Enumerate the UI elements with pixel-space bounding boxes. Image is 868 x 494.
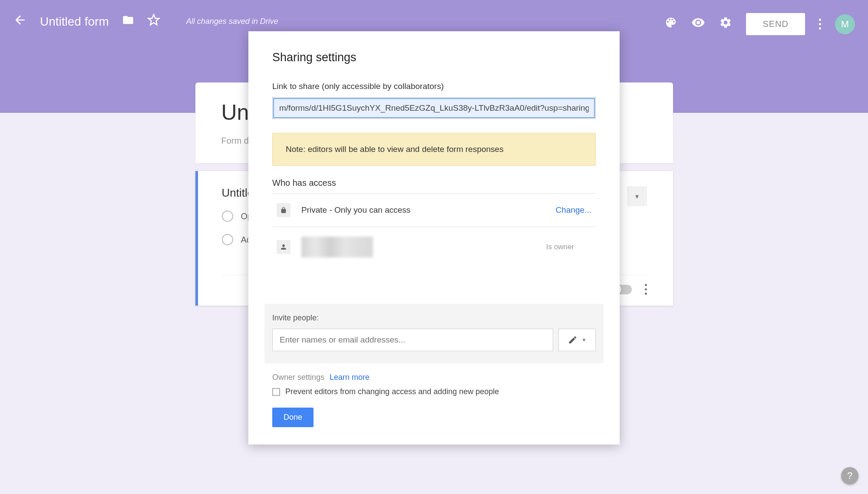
dialog-overlay: Sharing settings Link to share (only acc…	[0, 0, 868, 494]
who-has-access-label: Who has access	[272, 178, 596, 188]
invite-section: Invite people: ▼	[264, 304, 604, 363]
dialog-title: Sharing settings	[272, 51, 596, 64]
learn-more-link[interactable]: Learn more	[330, 373, 370, 382]
change-link[interactable]: Change...	[556, 205, 591, 215]
access-row-privacy: Private - Only you can access Change...	[272, 193, 596, 227]
done-button[interactable]: Done	[272, 408, 314, 427]
owner-name-redacted	[301, 237, 373, 257]
share-link-input[interactable]	[273, 98, 595, 118]
owner-settings-row: Owner settings Learn more	[272, 373, 596, 382]
invite-input[interactable]	[272, 329, 553, 351]
help-icon[interactable]: ?	[841, 467, 858, 484]
invite-label: Invite people:	[272, 313, 596, 323]
caret-down-icon: ▼	[582, 337, 587, 343]
prevent-editors-row: Prevent editors from changing access and…	[272, 387, 596, 396]
person-icon	[277, 240, 290, 254]
pencil-icon	[568, 335, 578, 345]
privacy-text: Private - Only you can access	[301, 205, 545, 215]
access-row-owner: Is owner	[272, 227, 596, 267]
sharing-dialog: Sharing settings Link to share (only acc…	[248, 31, 620, 445]
prevent-checkbox[interactable]	[272, 388, 280, 396]
owner-settings-label: Owner settings	[272, 373, 324, 382]
link-share-label: Link to share (only accessible by collab…	[272, 82, 596, 91]
permission-dropdown[interactable]: ▼	[558, 329, 596, 351]
owner-role-label: Is owner	[546, 243, 574, 251]
lock-icon	[277, 203, 290, 217]
editors-note: Note: editors will be able to view and d…	[272, 133, 596, 166]
prevent-label: Prevent editors from changing access and…	[285, 387, 499, 396]
